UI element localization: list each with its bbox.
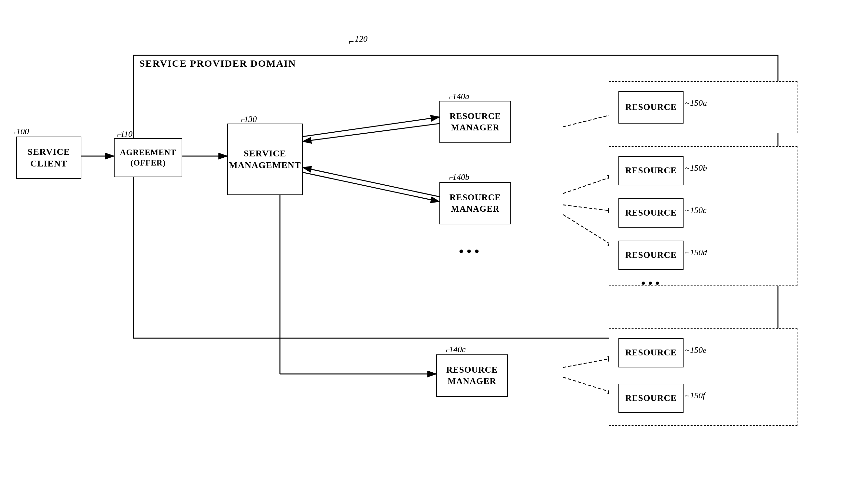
svg-line-13 — [563, 176, 615, 194]
ref-130: 130 — [244, 114, 257, 124]
svg-line-11 — [563, 114, 615, 127]
svg-line-15 — [563, 215, 615, 247]
svg-line-17 — [563, 377, 615, 393]
ref-150a-tilde: ~ — [685, 99, 689, 108]
dots-manager: • • • — [459, 244, 479, 259]
svg-line-5 — [303, 117, 440, 137]
ref-140b: 140b — [452, 172, 469, 182]
ref-150a: 150a — [690, 98, 707, 108]
resource-150c-box: RESOURCE — [618, 198, 684, 228]
ref-150e-tilde: ~ — [685, 346, 689, 355]
ref-140b-slash: ⌐ — [449, 173, 454, 183]
svg-line-16 — [563, 358, 615, 367]
service-management-box: SERVICEMANAGEMENT — [227, 124, 303, 195]
ref-110: 110 — [120, 129, 133, 139]
ref-120-slash: ⌐ — [348, 36, 355, 47]
ref-150d: 150d — [690, 248, 707, 257]
ref-140c: 140c — [449, 345, 466, 355]
ref-100-slash: ⌐ — [13, 127, 19, 137]
svg-line-14 — [563, 205, 615, 211]
domain-label: SERVICE PROVIDER DOMAIN — [139, 58, 296, 69]
resource-150d-box: RESOURCE — [618, 240, 684, 270]
ref-150c-tilde: ~ — [685, 206, 689, 215]
ref-150e: 150e — [690, 345, 707, 355]
ref-110-slash: ⌐ — [117, 130, 122, 140]
resource-150f-box: RESOURCE — [618, 384, 684, 413]
ref-150d-tilde: ~ — [685, 248, 689, 257]
ref-130-slash: ⌐ — [240, 115, 246, 125]
svg-line-8 — [303, 167, 440, 197]
diagram: 120 ⌐ SERVICE PROVIDER DOMAIN SERVICECLI… — [10, 16, 837, 491]
resource-manager-140a-box: RESOURCEMANAGER — [440, 101, 511, 143]
ref-150f: 150f — [690, 391, 705, 401]
ref-150c: 150c — [690, 205, 707, 215]
ref-140a: 140a — [452, 92, 469, 102]
ref-150b: 150b — [690, 163, 707, 173]
ref-150f-tilde: ~ — [685, 392, 689, 400]
resource-manager-140c-box: RESOURCEMANAGER — [436, 355, 508, 397]
ref-150b-tilde: ~ — [685, 164, 689, 173]
ref-120: 120 — [355, 34, 367, 44]
dots-resource: • • • — [641, 276, 659, 290]
resource-150b-box: RESOURCE — [618, 156, 684, 185]
svg-line-7 — [303, 172, 440, 202]
resource-150e-box: RESOURCE — [618, 338, 684, 367]
service-client-box: SERVICECLIENT — [16, 137, 81, 179]
agreement-box: AGREEMENT(OFFER) — [114, 138, 182, 177]
resource-manager-140b-box: RESOURCEMANAGER — [440, 182, 511, 224]
svg-line-6 — [303, 124, 440, 141]
ref-140a-slash: ⌐ — [449, 92, 454, 102]
ref-140c-slash: ⌐ — [445, 345, 451, 355]
resource-150a-box: RESOURCE — [618, 91, 684, 124]
